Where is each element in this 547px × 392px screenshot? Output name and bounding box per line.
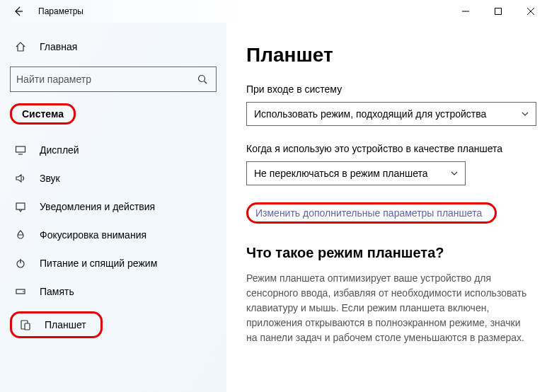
page-title: Планшет [246,44,527,67]
svg-rect-7 [16,146,25,152]
close-button[interactable] [514,0,547,23]
sidebar-item-label: Уведомления и действия [40,201,155,212]
section-heading: Что такое режим планшета? [246,245,527,261]
sidebar-item-focus[interactable]: Фокусировка внимания [10,221,217,249]
sidebar: Главная Система Дисплей Звук [0,23,226,392]
home-icon [14,40,27,53]
highlight-tablet-nav: Планшет [10,311,103,338]
sidebar-item-home[interactable]: Главная [10,33,217,61]
sidebar-item-power[interactable]: Питание и спящий режим [10,249,217,277]
svg-point-5 [199,76,205,82]
titlebar: Параметры [0,0,547,23]
highlight-system: Система [10,103,76,125]
signin-select[interactable]: Использовать режим, подходящий для устро… [246,102,536,126]
sidebar-item-label: Память [40,286,74,297]
search-icon [197,74,210,84]
search-input[interactable] [10,67,217,92]
sidebar-item-storage[interactable]: Память [10,277,217,306]
signin-label: При входе в систему [246,83,527,95]
display-icon [14,144,27,156]
change-settings-link[interactable]: Изменить дополнительные параметры планше… [255,207,482,219]
sidebar-item-display[interactable]: Дисплей [10,136,217,164]
chevron-down-icon [451,171,458,175]
sidebar-item-notifications[interactable]: Уведомления и действия [10,192,217,221]
storage-icon [14,285,27,298]
sidebar-item-label: Планшет [45,319,86,330]
usage-select[interactable]: Не переключаться в режим планшета [246,161,466,185]
highlight-link: Изменить дополнительные параметры планше… [246,202,497,224]
sidebar-item-label: Дисплей [40,144,79,156]
tablet-icon [19,318,32,331]
sidebar-item-label: Фокусировка внимания [40,229,146,241]
sidebar-item-tablet[interactable]: Планшет [15,313,91,336]
search-field[interactable] [16,74,197,85]
maximize-button[interactable] [482,0,514,23]
svg-rect-9 [16,203,25,209]
sidebar-item-label: Главная [40,41,77,52]
group-header: Система [19,107,67,121]
chevron-down-icon [522,112,529,116]
usage-label: Когда я использую это устройство в качес… [246,143,527,154]
sidebar-item-sound[interactable]: Звук [10,164,217,192]
focus-icon [14,229,27,241]
window-title: Параметры [38,6,84,16]
svg-rect-2 [495,8,502,15]
power-icon [14,257,27,270]
section-body: Режим планшета оптимизирует ваше устройс… [246,271,527,345]
sound-icon [14,172,27,185]
notifications-icon [14,200,27,213]
svg-line-6 [205,81,207,84]
main-content: Планшет При входе в систему Использовать… [226,23,547,392]
svg-point-14 [23,291,24,292]
select-value: Использовать режим, подходящий для устро… [254,108,522,120]
sidebar-item-label: Питание и спящий режим [40,258,157,269]
select-value: Не переключаться в режим планшета [254,168,451,179]
svg-rect-16 [25,323,30,330]
sidebar-item-label: Звук [40,173,60,184]
back-button[interactable] [13,6,30,17]
minimize-button[interactable] [449,0,482,23]
